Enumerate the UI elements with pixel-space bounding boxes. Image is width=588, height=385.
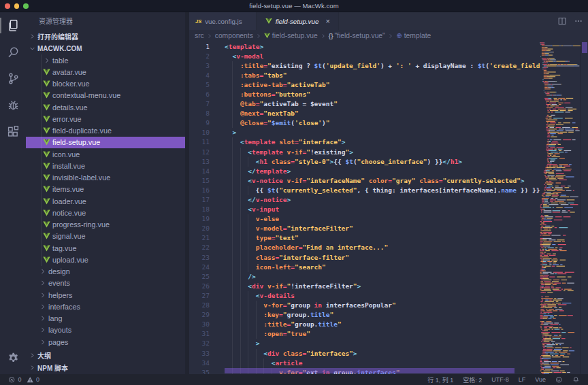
tree-item-error-vue[interactable]: error.vue bbox=[26, 113, 185, 124]
activity-bar-item-extensions[interactable] bbox=[0, 118, 26, 145]
tree-item-design[interactable]: design bbox=[26, 266, 185, 278]
chevron-right-icon bbox=[43, 57, 50, 64]
tree-item-lang[interactable]: lang bbox=[26, 313, 185, 324]
tree-item-signal-vue[interactable]: signal.vue bbox=[26, 231, 185, 242]
breadcrumb-item[interactable]: components bbox=[215, 32, 253, 39]
tree-item-field-setup-vue[interactable]: field-setup.vue bbox=[26, 137, 185, 148]
status-encoding[interactable]: UTF-8 bbox=[491, 376, 509, 383]
vertical-scrollbar[interactable] bbox=[581, 42, 588, 375]
tree-item-upload-vue[interactable]: upload.vue bbox=[26, 254, 185, 265]
tree-item-pages[interactable]: pages bbox=[26, 336, 185, 348]
breadcrumb-label: field-setup.vue bbox=[272, 32, 318, 39]
code-line-9: @close="$emit('close')" bbox=[225, 118, 552, 128]
symbol-icon bbox=[396, 33, 402, 39]
tree-item-label: table bbox=[52, 56, 68, 65]
tree-item-label: loader.vue bbox=[52, 197, 86, 205]
tree-item-icon-vue[interactable]: icon.vue bbox=[26, 148, 185, 160]
tree-item-blocker-vue[interactable]: blocker.vue bbox=[26, 78, 185, 90]
code-line-22: placeholder="Find an interface..." bbox=[225, 243, 552, 252]
status-cursor-position[interactable]: 行 1, 列 1 bbox=[427, 375, 453, 384]
tree-item-layouts[interactable]: layouts bbox=[26, 324, 185, 336]
activity-bar-item-source-control[interactable] bbox=[0, 65, 26, 92]
vue-file-icon bbox=[43, 198, 50, 205]
debug-icon bbox=[7, 99, 20, 112]
code-line-21: type="text" bbox=[225, 233, 552, 243]
breadcrumb-item[interactable]: template bbox=[396, 32, 431, 39]
tree-item-contextual-menu-vue[interactable]: contextual-menu.vue bbox=[26, 90, 185, 101]
tree-item-label: field-duplicate.vue bbox=[52, 127, 112, 135]
vue-file-icon bbox=[43, 221, 50, 228]
tree-item-loader-vue[interactable]: loader.vue bbox=[26, 195, 185, 207]
tree-item-details-vue[interactable]: details.vue bbox=[26, 101, 185, 113]
horizontal-scrollbar-slider[interactable] bbox=[225, 368, 514, 373]
tree-item-label: contextual-menu.vue bbox=[52, 91, 120, 99]
activity-bar-item-search[interactable] bbox=[0, 39, 26, 65]
minimap[interactable] bbox=[540, 42, 581, 375]
gear-icon bbox=[7, 352, 20, 365]
status-warnings[interactable]: 0 bbox=[27, 376, 40, 384]
extensions-icon bbox=[7, 125, 20, 138]
tree-item-tag-vue[interactable]: tag.vue bbox=[26, 242, 185, 254]
code-editor[interactable]: 1234567891011121314151617181920212223242… bbox=[189, 42, 588, 375]
sidebar-section-npm-scripts[interactable]: NPM 脚本 bbox=[26, 362, 185, 375]
code-line-3: :title="existing ? $t('update_field') + … bbox=[225, 61, 552, 71]
vue-file-icon bbox=[43, 186, 50, 192]
breadcrumb-label: src bbox=[195, 32, 204, 39]
code-line-8: @next="nextTab" bbox=[225, 109, 552, 118]
sidebar-section-outline[interactable]: 大纲 bbox=[26, 349, 185, 362]
code-line-17: </v-notice> bbox=[225, 195, 552, 205]
tree-item-events[interactable]: events bbox=[26, 278, 185, 289]
close-window-button[interactable] bbox=[5, 3, 10, 9]
sidebar-section-open-editors[interactable]: 打开的编辑器 bbox=[26, 30, 185, 42]
tree-item-table[interactable]: table bbox=[26, 54, 185, 66]
chevron-down-icon bbox=[29, 46, 37, 52]
breadcrumb-item[interactable]: {}"field-setup.vue" bbox=[329, 32, 385, 39]
vue-file-icon bbox=[43, 139, 50, 146]
tree-item-progress-ring-vue[interactable]: progress-ring.vue bbox=[26, 219, 185, 231]
status-errors[interactable]: 0 bbox=[8, 376, 22, 384]
code-line-32: > bbox=[225, 339, 552, 348]
tab-vue-config-js[interactable]: JSvue.config.js bbox=[189, 12, 257, 30]
status-indentation[interactable]: 空格: 2 bbox=[463, 375, 482, 384]
code-line-26: <div v-if="!interfaceFilter"> bbox=[225, 282, 552, 291]
vertical-scrollbar-slider[interactable] bbox=[582, 42, 587, 53]
sidebar-section-workspace[interactable]: MACWK.COM bbox=[26, 42, 185, 54]
code-line-34: <article bbox=[225, 358, 552, 368]
bell-icon bbox=[572, 376, 580, 384]
close-tab-icon[interactable]: × bbox=[325, 18, 329, 25]
chevron-right-icon bbox=[39, 303, 46, 310]
code-line-12: <template v-if="!existing"> bbox=[225, 148, 552, 157]
tree-item-install-vue[interactable]: install.vue bbox=[26, 160, 185, 171]
tree-item-avatar-vue[interactable]: avatar.vue bbox=[26, 66, 185, 78]
code-line-15: <v-notice v-if="interfaceName" color="gr… bbox=[225, 176, 552, 186]
tree-item-helpers[interactable]: helpers bbox=[26, 289, 185, 301]
zoom-window-button[interactable] bbox=[23, 3, 29, 9]
breadcrumb-item[interactable]: src bbox=[195, 32, 204, 39]
status-feedback-button[interactable] bbox=[555, 376, 563, 384]
activity-bar-item-debug[interactable] bbox=[0, 92, 26, 118]
tree-item-interfaces[interactable]: interfaces bbox=[26, 301, 185, 312]
code-line-33: <div class="interfaces"> bbox=[225, 349, 552, 358]
status-notifications-button[interactable] bbox=[572, 376, 580, 384]
status-eol[interactable]: LF bbox=[519, 376, 526, 383]
minimize-window-button[interactable] bbox=[14, 3, 20, 9]
tree-item-label: error.vue bbox=[52, 115, 82, 123]
code-line-24: icon-left="search" bbox=[225, 263, 552, 272]
tab-field-setup-vue[interactable]: field-setup.vue× bbox=[257, 12, 339, 30]
error-icon bbox=[8, 376, 16, 384]
status-language-mode[interactable]: Vue bbox=[535, 376, 546, 383]
tree-item-items-vue[interactable]: items.vue bbox=[26, 184, 185, 195]
more-actions-button[interactable] bbox=[574, 17, 583, 25]
tree-item-field-duplicate-vue[interactable]: field-duplicate.vue bbox=[26, 125, 185, 137]
tab-bar: JSvue.config.jsfield-setup.vue× bbox=[189, 12, 588, 30]
sidebar-title: 资源管理器 bbox=[26, 12, 185, 30]
activity-bar-item-explorer[interactable] bbox=[0, 12, 26, 39]
title-bar: field-setup.vue — MacWk.com bbox=[0, 0, 588, 12]
tree-item-notice-vue[interactable]: notice.vue bbox=[26, 207, 185, 218]
activity-bar-item-settings[interactable] bbox=[0, 345, 26, 371]
breadcrumb-item[interactable]: field-setup.vue bbox=[264, 32, 318, 39]
code-line-23: class="interface-filter" bbox=[225, 253, 552, 263]
tree-item-invisible-label-vue[interactable]: invisible-label.vue bbox=[26, 172, 185, 184]
split-editor-button[interactable] bbox=[558, 17, 566, 25]
sidebar-section-label: 打开的编辑器 bbox=[37, 31, 78, 41]
